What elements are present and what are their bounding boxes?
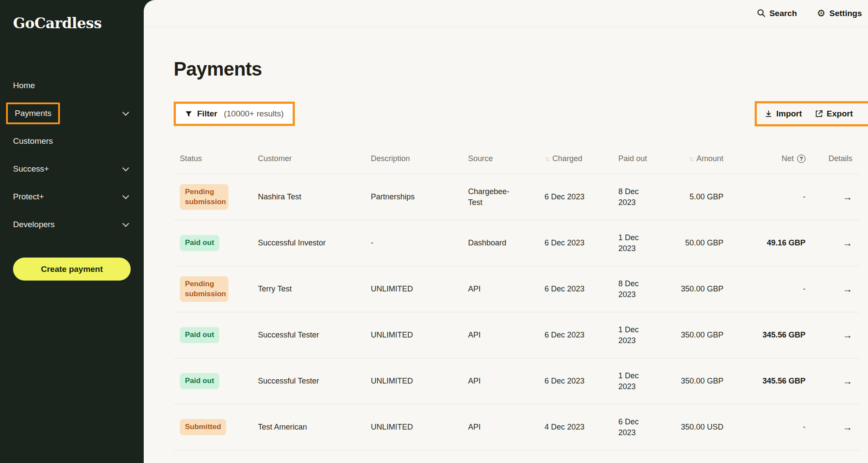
charged-date-cell: 6 Dec 2023: [538, 376, 612, 386]
column-header-label: Description: [371, 154, 410, 163]
charged-date-cell-value: 6 Dec 2023: [545, 192, 584, 201]
source-cell-value: Chargebee-Test: [468, 186, 517, 208]
column-header-label: Charged: [552, 154, 582, 163]
amount-cell: 50.00 GBP: [673, 238, 734, 248]
details-cell: →: [805, 329, 858, 342]
paid-out-date-cell-value: 8 Dec 2023: [618, 186, 645, 208]
net-cell: 345.56 GBP: [734, 376, 805, 386]
chevron-down-icon: [122, 109, 129, 116]
details-arrow-icon[interactable]: →: [843, 192, 852, 202]
import-label: Import: [776, 109, 802, 119]
paid-out-date-cell-value: 1 Dec 2023: [618, 370, 645, 392]
paid-out-date-cell: 6 Dec 2023: [612, 417, 673, 438]
charged-date-cell: 6 Dec 2023: [538, 330, 612, 340]
table-row[interactable]: Paid outSuccessful TesterUNLIMITEDAPI6 D…: [174, 358, 859, 404]
net-cell: -: [734, 192, 805, 202]
source-cell: API: [462, 376, 538, 386]
export-button[interactable]: Export: [815, 109, 853, 119]
sidebar-item-label: Developers: [13, 220, 55, 229]
column-header-source: Source: [462, 154, 538, 163]
details-cell: →: [805, 375, 858, 388]
details-cell: →: [805, 191, 858, 204]
table-row[interactable]: Pending submissionTerry TestUNLIMITEDAPI…: [174, 266, 859, 312]
column-header-label: Amount: [696, 154, 723, 163]
table-row[interactable]: Pending submissionNashira TestPartnershi…: [174, 174, 859, 220]
create-payment-button[interactable]: Create payment: [13, 258, 131, 281]
charged-date-cell-value: 6 Dec 2023: [545, 377, 584, 385]
table-row[interactable]: Paid outSuccessful Investor-Dashboard6 D…: [174, 220, 859, 266]
filter-results-count: (10000+ results): [224, 109, 284, 119]
sidebar-item-developers[interactable]: Developers: [0, 211, 144, 238]
search-button[interactable]: Search: [757, 9, 797, 18]
chevron-down-icon: [122, 192, 129, 199]
amount-cell-value: 350.00 USD: [681, 423, 723, 431]
charged-date-cell-value: 6 Dec 2023: [545, 284, 584, 293]
help-question-icon[interactable]: ?: [797, 155, 805, 163]
column-header-amount[interactable]: ↑↓Amount: [673, 154, 734, 163]
table-row[interactable]: SubmittedTest AmericanUNLIMITEDAPI4 Dec …: [174, 404, 859, 450]
sidebar-item-customers[interactable]: Customers: [0, 127, 144, 155]
table-header-row: StatusCustomerDescriptionSource↑↓Charged…: [174, 144, 859, 174]
gocardless-logo[interactable]: GoCardless: [13, 15, 102, 32]
import-button[interactable]: Import: [765, 109, 802, 119]
column-header-label: Net: [782, 154, 794, 163]
details-arrow-icon[interactable]: →: [843, 284, 852, 294]
settings-button[interactable]: ⚙ Settings: [817, 9, 862, 18]
search-label: Search: [769, 9, 797, 18]
net-cell-value: 49.16 GBP: [767, 238, 805, 247]
description-cell-value: UNLIMITED: [371, 284, 413, 293]
details-cell: →: [805, 283, 858, 296]
customer-cell: Successful Investor: [252, 238, 365, 248]
sidebar-item-label: Payments: [6, 103, 60, 125]
sidebar: GoCardless HomePaymentsCustomersSuccess+…: [0, 0, 144, 463]
sidebar-item-home[interactable]: Home: [0, 72, 144, 99]
sidebar-item-success[interactable]: Success+: [0, 155, 144, 183]
sidebar-item-payments[interactable]: Payments: [0, 99, 144, 127]
description-cell-value: -: [371, 238, 373, 247]
paid-out-date-cell: 8 Dec 2023: [612, 278, 673, 300]
column-header-charged[interactable]: ↑↓Charged: [538, 154, 612, 163]
description-cell-value: UNLIMITED: [371, 377, 413, 385]
customer-cell: Terry Test: [252, 284, 365, 294]
source-cell-value: API: [468, 330, 481, 340]
net-cell: 49.16 GBP: [734, 238, 805, 248]
sidebar-item-protect[interactable]: Protect+: [0, 183, 144, 211]
column-header-details: Details: [805, 154, 858, 163]
source-cell: Chargebee-Test: [462, 186, 538, 208]
column-header-description: Description: [365, 154, 462, 163]
paid-out-date-cell: 1 Dec 2023: [612, 232, 673, 254]
column-header-label: Source: [468, 154, 493, 163]
customer-cell-value: Terry Test: [258, 284, 292, 293]
details-arrow-icon[interactable]: →: [843, 238, 852, 248]
source-cell-value: API: [468, 422, 481, 432]
details-arrow-icon[interactable]: →: [843, 376, 852, 387]
net-cell: 345.56 GBP: [734, 330, 805, 340]
column-header-net: Net?: [734, 154, 805, 163]
status-cell: Pending submission: [174, 276, 252, 302]
column-header-label: Paid out: [618, 154, 647, 163]
source-cell: API: [462, 284, 538, 294]
page-title: Payments: [174, 58, 859, 80]
customer-cell-value: Nashira Test: [258, 192, 301, 201]
paid-out-date-cell-value: 1 Dec 2023: [618, 324, 645, 346]
status-cell: Paid out: [174, 327, 252, 343]
customer-cell: Successful Tester: [252, 376, 365, 386]
status-cell: Pending submission: [174, 184, 252, 210]
main-content: Search ⚙ Settings Payments Filter (10000…: [144, 0, 868, 463]
net-cell: -: [734, 422, 805, 432]
table-row[interactable]: Paid outSuccessful TesterUNLIMITEDAPI6 D…: [174, 312, 859, 358]
export-label: Export: [827, 109, 853, 119]
source-cell-value: Dashboard: [468, 238, 506, 248]
status-badge: Submitted: [180, 419, 226, 435]
charged-date-cell: 6 Dec 2023: [538, 192, 612, 202]
customer-cell: Successful Tester: [252, 330, 365, 340]
table-body: Pending submissionNashira TestPartnershi…: [174, 174, 859, 450]
sort-arrows-icon: ↑↓: [545, 155, 549, 163]
sidebar-item-label: Protect+: [13, 192, 44, 202]
sidebar-item-label: Customers: [13, 137, 53, 146]
filter-button[interactable]: Filter (10000+ results): [176, 104, 293, 124]
details-arrow-icon[interactable]: →: [843, 330, 852, 341]
status-badge: Paid out: [180, 235, 219, 251]
status-badge: Pending submission: [180, 184, 228, 210]
details-arrow-icon[interactable]: →: [843, 422, 852, 433]
